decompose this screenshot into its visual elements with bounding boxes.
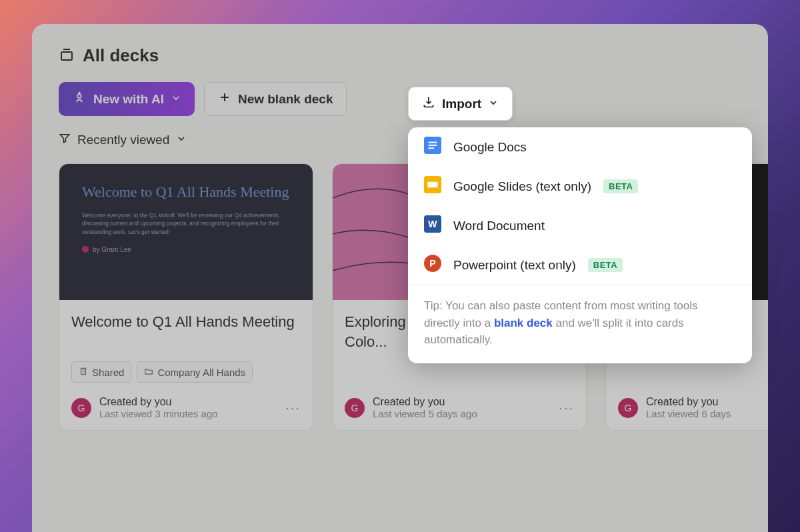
beta-badge: BETA <box>603 179 638 193</box>
viewed-label: Last viewed 3 minutes ago <box>99 408 277 419</box>
import-popover: Import Google Docs Google Slides (text o… <box>408 87 752 363</box>
import-button[interactable]: Import <box>408 87 513 121</box>
svg-rect-0 <box>61 52 72 60</box>
creator-label: Created by you <box>646 396 768 408</box>
tag-shared[interactable]: Shared <box>71 361 131 383</box>
import-icon <box>422 95 435 112</box>
tag-folder[interactable]: Company All Hands <box>137 361 253 383</box>
chevron-down-icon <box>488 97 499 111</box>
deck-title: Welcome to Q1 All Hands Meeting <box>71 312 301 352</box>
viewed-label: Last viewed 6 days <box>646 408 768 419</box>
import-menu: Google Docs Google Slides (text only) BE… <box>408 127 752 363</box>
word-icon: W <box>424 215 441 236</box>
svg-rect-6 <box>429 145 437 146</box>
import-google-slides[interactable]: Google Slides (text only) BETA <box>408 167 752 206</box>
card-more-button[interactable]: ··· <box>559 400 574 415</box>
author-avatar-dot <box>82 246 89 253</box>
beta-badge: BETA <box>588 258 623 272</box>
decks-icon <box>59 47 75 65</box>
svg-rect-9 <box>427 182 437 188</box>
deck-thumbnail: Welcome to Q1 All Hands Meeting Welcome … <box>59 164 313 300</box>
import-tip: Tip: You can also paste content from mos… <box>408 285 752 363</box>
avatar: G <box>618 398 638 418</box>
deck-card[interactable]: Welcome to Q1 All Hands Meeting Welcome … <box>59 163 313 431</box>
svg-rect-5 <box>429 142 437 143</box>
chevron-down-icon <box>171 92 181 107</box>
card-more-button[interactable]: ··· <box>285 400 301 415</box>
chevron-down-icon <box>176 133 187 147</box>
import-word[interactable]: W Word Document <box>408 206 752 245</box>
import-google-docs[interactable]: Google Docs <box>408 127 752 167</box>
page-header: All decks <box>59 45 741 66</box>
svg-point-2 <box>79 93 80 94</box>
svg-rect-7 <box>429 147 435 149</box>
import-powerpoint[interactable]: P Powerpoint (text only) BETA <box>408 245 752 285</box>
folder-icon <box>144 367 153 378</box>
creator-label: Created by you <box>99 396 277 408</box>
filter-icon <box>59 132 71 147</box>
new-with-ai-button[interactable]: New with AI <box>59 82 195 116</box>
building-icon <box>79 367 88 378</box>
powerpoint-icon: P <box>424 255 441 275</box>
viewed-label: Last viewed 5 days ago <box>373 408 551 419</box>
svg-rect-3 <box>81 368 86 374</box>
plus-icon <box>218 91 231 107</box>
blank-deck-link[interactable]: blank deck <box>494 317 553 329</box>
new-blank-deck-button[interactable]: New blank deck <box>204 82 347 116</box>
avatar: G <box>345 398 365 418</box>
svg-text:P: P <box>429 258 435 269</box>
svg-text:W: W <box>428 219 437 229</box>
google-docs-icon <box>424 137 441 157</box>
svg-point-1 <box>77 94 81 98</box>
creator-label: Created by you <box>373 396 551 408</box>
page-title: All decks <box>83 45 159 66</box>
ai-icon <box>72 90 87 108</box>
google-slides-icon <box>424 176 441 197</box>
avatar: G <box>71 398 91 418</box>
